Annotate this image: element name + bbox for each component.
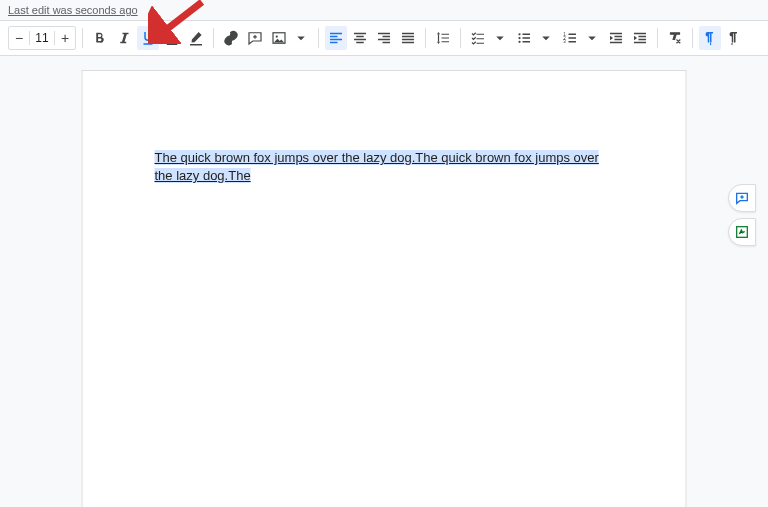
rtl-icon (725, 29, 743, 47)
caret-down-icon (491, 29, 509, 47)
font-size-group: − 11 + (8, 26, 76, 50)
align-center-button[interactable] (349, 26, 371, 50)
separator (213, 28, 214, 48)
checklist-button[interactable] (467, 26, 489, 50)
increase-indent-button[interactable] (629, 26, 651, 50)
toolbar: − 11 + (0, 20, 768, 56)
svg-point-5 (518, 33, 520, 35)
align-right-icon (375, 29, 393, 47)
image-dropdown[interactable] (290, 26, 312, 50)
separator (82, 28, 83, 48)
increase-font-size-button[interactable]: + (55, 27, 75, 49)
bold-icon (91, 29, 109, 47)
decrease-indent-icon (607, 29, 625, 47)
align-justify-icon (399, 29, 417, 47)
separator (460, 28, 461, 48)
caret-down-icon (583, 29, 601, 47)
bulleted-list-dropdown[interactable] (535, 26, 557, 50)
svg-point-7 (518, 41, 520, 43)
separator (318, 28, 319, 48)
align-right-button[interactable] (373, 26, 395, 50)
bulleted-list-icon (515, 29, 533, 47)
decrease-font-size-button[interactable]: − (9, 27, 29, 49)
align-left-button[interactable] (325, 26, 347, 50)
separator (425, 28, 426, 48)
ltr-button[interactable] (699, 26, 721, 50)
link-icon (222, 29, 240, 47)
insert-link-button[interactable] (220, 26, 242, 50)
highlight-color-button[interactable] (185, 26, 207, 50)
separator (692, 28, 693, 48)
bold-button[interactable] (89, 26, 111, 50)
side-actions (728, 184, 756, 246)
suggest-edits-side-button[interactable] (728, 218, 756, 246)
decrease-indent-button[interactable] (605, 26, 627, 50)
svg-point-4 (276, 35, 278, 37)
clear-formatting-icon (666, 29, 684, 47)
comment-icon (246, 29, 264, 47)
comment-plus-icon (734, 190, 750, 206)
add-comment-side-button[interactable] (728, 184, 756, 212)
svg-text:3: 3 (563, 39, 566, 44)
separator (657, 28, 658, 48)
svg-rect-2 (167, 43, 178, 45)
last-edit-link[interactable]: Last edit was seconds ago (0, 0, 146, 20)
document-text[interactable]: The quick brown fox jumps over the lazy … (155, 149, 614, 185)
font-size-input[interactable]: 11 (29, 31, 55, 45)
align-center-icon (351, 29, 369, 47)
caret-down-icon (292, 29, 310, 47)
underline-button[interactable] (137, 26, 159, 50)
italic-icon (115, 29, 133, 47)
highlight-icon (187, 29, 205, 47)
add-comment-button[interactable] (244, 26, 266, 50)
document-page[interactable]: The quick brown fox jumps over the lazy … (82, 70, 687, 507)
clear-formatting-button[interactable] (664, 26, 686, 50)
insert-image-button[interactable] (268, 26, 290, 50)
svg-point-6 (518, 37, 520, 39)
suggest-icon (734, 224, 750, 240)
numbered-list-icon: 123 (561, 29, 579, 47)
checklist-icon (469, 29, 487, 47)
italic-button[interactable] (113, 26, 135, 50)
rtl-button[interactable] (723, 26, 745, 50)
text-color-icon (163, 29, 181, 47)
line-spacing-button[interactable] (432, 26, 454, 50)
checklist-dropdown[interactable] (489, 26, 511, 50)
underline-icon (139, 29, 157, 47)
text-color-button[interactable] (161, 26, 183, 50)
increase-indent-icon (631, 29, 649, 47)
selected-text: The quick brown fox jumps over the lazy … (155, 150, 599, 183)
align-justify-button[interactable] (397, 26, 419, 50)
numbered-list-dropdown[interactable] (581, 26, 603, 50)
ltr-icon (701, 29, 719, 47)
workspace: The quick brown fox jumps over the lazy … (0, 56, 768, 507)
numbered-list-button[interactable]: 123 (559, 26, 581, 50)
align-left-icon (327, 29, 345, 47)
line-spacing-icon (434, 29, 452, 47)
image-icon (270, 29, 288, 47)
caret-down-icon (537, 29, 555, 47)
bulleted-list-button[interactable] (513, 26, 535, 50)
